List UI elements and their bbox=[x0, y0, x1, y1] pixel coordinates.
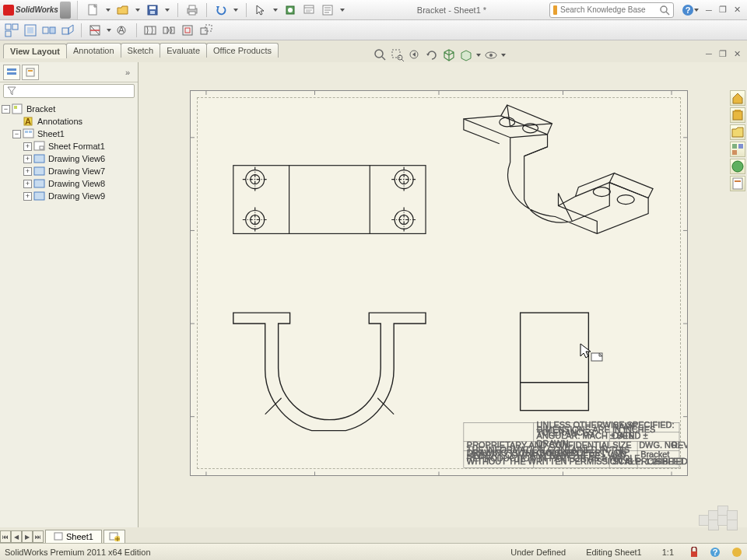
appearances-tab[interactable] bbox=[730, 159, 745, 174]
app-menu-dropdown[interactable] bbox=[60, 2, 71, 19]
hide-show-icon[interactable] bbox=[484, 48, 498, 62]
model-view-icon[interactable] bbox=[23, 23, 37, 37]
zoom-fit-icon[interactable] bbox=[374, 48, 388, 62]
tree-sheet1[interactable]: − Sheet1 bbox=[2, 128, 136, 140]
prev-view-icon[interactable] bbox=[408, 48, 422, 62]
expand-icon[interactable]: + bbox=[23, 155, 32, 163]
close-button[interactable]: ✕ bbox=[731, 5, 742, 16]
section-dropdown[interactable] bbox=[107, 24, 111, 37]
properties-icon[interactable] bbox=[321, 4, 334, 16]
hide-show-dropdown[interactable] bbox=[501, 49, 506, 61]
sheet-nav-last[interactable]: ⏭ bbox=[33, 530, 44, 543]
status-lock-icon[interactable] bbox=[689, 547, 699, 558]
crop-view-icon[interactable] bbox=[181, 23, 195, 37]
expand-icon[interactable]: − bbox=[2, 105, 10, 114]
expand-icon[interactable]: − bbox=[12, 130, 21, 138]
new-dropdown[interactable] bbox=[106, 4, 110, 16]
3d-views-icon[interactable] bbox=[442, 48, 456, 62]
expand-icon[interactable]: + bbox=[23, 167, 32, 176]
drawing-view-icon bbox=[33, 153, 46, 164]
undo-icon[interactable] bbox=[215, 4, 227, 16]
doc-restore-button[interactable]: ❐ bbox=[717, 48, 728, 59]
tree-root[interactable]: − Bracket bbox=[2, 103, 136, 115]
svg-rect-51 bbox=[34, 155, 44, 163]
view-palette-tab[interactable] bbox=[730, 142, 745, 157]
help-dropdown[interactable] bbox=[694, 4, 699, 16]
tree-view7[interactable]: + Drawing View7 bbox=[2, 165, 136, 177]
doc-close-button[interactable]: ✕ bbox=[731, 48, 742, 59]
undo-dropdown[interactable] bbox=[233, 4, 238, 16]
standard-3view-icon[interactable] bbox=[5, 23, 19, 37]
status-rebuild-icon[interactable] bbox=[731, 547, 742, 558]
status-scale[interactable]: 1:1 bbox=[658, 547, 679, 558]
expand-icon[interactable]: + bbox=[23, 192, 32, 201]
expand-icon[interactable]: + bbox=[23, 180, 32, 188]
sheet-icon bbox=[23, 128, 35, 139]
search-box[interactable] bbox=[549, 2, 674, 18]
select-dropdown[interactable] bbox=[273, 4, 278, 16]
status-help-icon[interactable]: ? bbox=[710, 547, 721, 558]
options-icon[interactable] bbox=[303, 4, 315, 16]
tree-annotations[interactable]: A Annotations bbox=[2, 115, 136, 128]
drawing-canvas[interactable]: PROPRIETARY AND CONFIDENTIAL THE INFORMA… bbox=[139, 62, 747, 537]
print-icon[interactable] bbox=[186, 4, 198, 16]
feature-tree-tab[interactable] bbox=[3, 65, 20, 80]
sheet-nav-prev[interactable]: ◀ bbox=[11, 530, 22, 543]
display-dropdown[interactable] bbox=[476, 49, 481, 61]
auxiliary-view-icon[interactable] bbox=[61, 23, 75, 37]
status-defined: Under Defined bbox=[506, 547, 570, 558]
property-tab[interactable] bbox=[22, 65, 39, 80]
tree-filter-box[interactable] bbox=[3, 84, 135, 98]
sheet-nav-first[interactable]: ⏮ bbox=[0, 530, 11, 543]
sheet-nav-next[interactable]: ▶ bbox=[22, 530, 33, 543]
projected-view-icon[interactable] bbox=[42, 23, 56, 37]
break-icon[interactable] bbox=[162, 23, 176, 37]
search-input[interactable] bbox=[560, 5, 659, 14]
svg-text:CHECKED: CHECKED bbox=[537, 448, 579, 457]
tab-view-layout[interactable]: View Layout bbox=[3, 44, 67, 58]
restore-button[interactable]: ❐ bbox=[717, 5, 728, 16]
tab-office-products[interactable]: Office Products bbox=[206, 43, 279, 58]
new-icon[interactable] bbox=[87, 4, 100, 16]
svg-rect-128 bbox=[735, 110, 741, 112]
file-explorer-tab[interactable] bbox=[730, 124, 745, 140]
tab-annotation[interactable]: Annotation bbox=[66, 43, 121, 58]
properties-dropdown[interactable] bbox=[340, 4, 345, 16]
sheet-tab-label: Sheet1 bbox=[66, 532, 93, 541]
select-icon[interactable] bbox=[254, 4, 267, 16]
svg-rect-20 bbox=[50, 27, 55, 33]
panel-collapse-button[interactable]: » bbox=[121, 67, 135, 78]
sheet-tab-1[interactable]: Sheet1 bbox=[45, 530, 102, 543]
broken-out-icon[interactable] bbox=[143, 23, 157, 37]
save-icon[interactable] bbox=[146, 4, 159, 16]
rotate-icon[interactable] bbox=[425, 48, 439, 62]
tab-sketch[interactable]: Sketch bbox=[121, 43, 161, 58]
section-view-icon[interactable] bbox=[88, 23, 102, 37]
open-icon[interactable] bbox=[117, 4, 129, 16]
resources-tab[interactable] bbox=[730, 90, 745, 106]
minimize-button[interactable]: ─ bbox=[703, 5, 714, 16]
svg-rect-14 bbox=[5, 24, 11, 30]
detail-view-icon[interactable]: A bbox=[116, 23, 130, 37]
alternate-pos-icon[interactable] bbox=[199, 23, 213, 37]
display-style-icon[interactable] bbox=[459, 48, 473, 62]
zoom-area-icon[interactable] bbox=[391, 48, 405, 62]
search-icon[interactable] bbox=[659, 4, 670, 16]
svg-point-37 bbox=[489, 54, 493, 57]
open-dropdown[interactable] bbox=[135, 4, 140, 16]
design-library-tab[interactable] bbox=[730, 107, 745, 123]
add-sheet-tab[interactable] bbox=[103, 530, 125, 543]
drawing-views: PROPRIETARY AND CONFIDENTIAL THE INFORMA… bbox=[191, 91, 687, 475]
save-dropdown[interactable] bbox=[165, 4, 170, 16]
tree-view9[interactable]: + Drawing View9 bbox=[2, 190, 136, 202]
tab-evaluate[interactable]: Evaluate bbox=[160, 43, 207, 58]
doc-minimize-button[interactable]: ─ bbox=[703, 48, 714, 59]
rebuild-icon[interactable] bbox=[284, 4, 296, 16]
tree-sheet-format[interactable]: + Sheet Format1 bbox=[2, 140, 136, 152]
tree-view8[interactable]: + Drawing View8 bbox=[2, 177, 136, 190]
help-icon[interactable]: ? bbox=[682, 4, 694, 16]
custom-props-tab[interactable] bbox=[730, 176, 745, 191]
tree-view6[interactable]: + Drawing View6 bbox=[2, 152, 136, 165]
svg-point-32 bbox=[375, 50, 383, 58]
expand-icon[interactable]: + bbox=[23, 142, 32, 151]
